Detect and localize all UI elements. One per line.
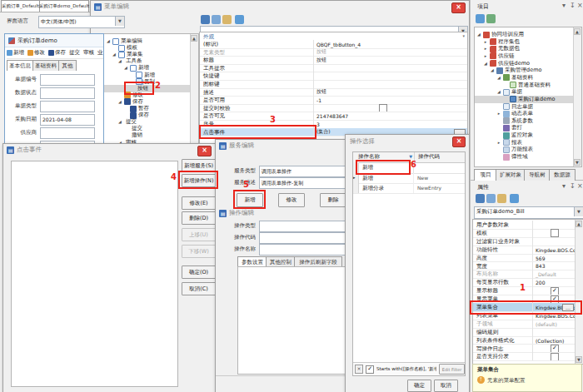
prop-value[interactable]: Kingdee.BOS.Core.Metada... (533, 246, 576, 254)
tree-item-程序集包[interactable]: ▸程序集包 (475, 38, 574, 46)
grid-corner-arrow-icon[interactable]: ▾ (462, 33, 465, 38)
refresh-icon[interactable] (476, 14, 485, 23)
field-input[interactable] (40, 127, 95, 139)
tree-item-单据[interactable]: ◢单据 (475, 88, 574, 96)
prop-row-是否支持分发[interactable]: 是否支持分发 (473, 352, 576, 361)
prop-value[interactable] (533, 229, 576, 237)
tree-item-动态表单[interactable]: ▸动态表单 (475, 110, 574, 117)
tree-item-弹性域[interactable]: 弹性域 (475, 153, 574, 161)
clear-filter-icon[interactable]: × (355, 365, 363, 374)
toolbar-button-3[interactable]: 保存 (48, 49, 66, 57)
close-icon[interactable]: × (577, 182, 583, 191)
tab-purchase-order-demo-default[interactable]: 采购订单demo_Default (39, 0, 89, 12)
operation-select-close-icon[interactable]: × (452, 136, 466, 147)
tree-item-协同培训应用[interactable]: ◢协同培训应用 (475, 31, 574, 38)
language-combobox[interactable]: 中文(简体/中国) ▼ (38, 16, 125, 28)
chevron-down-icon[interactable]: ▼ (115, 17, 124, 26)
service-type-field[interactable]: 调用表单操作 (259, 166, 354, 177)
expander-icon[interactable]: ◢ (483, 60, 488, 67)
prop-value[interactable] (533, 221, 576, 229)
tree-item-万能报表[interactable]: 万能报表 (475, 146, 574, 153)
edit-filter-button[interactable]: Edit Filter (439, 364, 465, 375)
scroll-up-icon[interactable]: ▲ (574, 28, 581, 35)
close-icon[interactable]: × (577, 2, 583, 10)
toolbar-button-2[interactable]: 修改 (27, 49, 45, 57)
chevron-down-icon[interactable]: ▼ (574, 207, 583, 216)
tree-item-普通基础资料[interactable]: 普通基础资料 (475, 82, 574, 89)
checkbox-unchecked[interactable] (551, 353, 559, 360)
tab-other[interactable]: 其他 (58, 60, 77, 71)
prop-value[interactable]: ✓ (533, 345, 576, 353)
service-desc-field[interactable]: 调用表单操作-复制 (259, 177, 354, 189)
prop-value[interactable]: -1 (314, 96, 467, 104)
toolbar-button-5[interactable]: 审核 (83, 49, 94, 57)
checkbox-checked[interactable]: ✓ (551, 295, 559, 303)
expander-icon[interactable]: ◢ (476, 31, 481, 38)
prop-value[interactable]: 按钮 (314, 48, 467, 57)
field-input[interactable] (40, 87, 95, 99)
tree-item-系统参数[interactable]: 系统参数 (475, 117, 574, 125)
window-position-icon[interactable]: ▾ (562, 182, 566, 191)
add-service-button[interactable]: 新增服务(S) (182, 159, 216, 172)
tree-item-采购订单demo[interactable]: 采购订单demo (475, 96, 574, 103)
service-listbox[interactable] (11, 161, 178, 387)
filter-funnel-icon[interactable]: ▼ (409, 154, 412, 159)
prop-value[interactable]: 3 (314, 120, 467, 128)
alphabetical-icon[interactable] (212, 15, 221, 24)
field-input[interactable]: 2021-04-08 (40, 114, 95, 126)
categorized-icon[interactable] (476, 194, 485, 203)
checkbox-checked[interactable]: ✓ (551, 287, 559, 295)
tab-nav-tree[interactable]: 导航树 (524, 169, 551, 181)
prop-value[interactable]: 200 (533, 278, 576, 286)
prop-value[interactable]: ✓ (533, 286, 576, 295)
prop-value[interactable] (314, 80, 467, 88)
prop-value[interactable]: (Collection) (533, 336, 576, 345)
filter-row[interactable]: 新增 (353, 162, 465, 174)
property-pages-icon[interactable] (497, 194, 506, 203)
tree-item-供应链demo[interactable]: ◢供应链demo (475, 60, 574, 67)
prop-value[interactable] (314, 104, 467, 112)
modify-button[interactable]: 修改(E) (182, 196, 216, 210)
filter-code-cell[interactable] (414, 162, 465, 173)
checkbox-checked[interactable]: ✓ (551, 345, 559, 352)
tab-purchase-order-default[interactable]: 采购订单_Default (1, 0, 40, 12)
cancel-button[interactable]: 取消(C) (182, 282, 216, 295)
tree-item-报表[interactable]: ▸报表 (475, 139, 574, 146)
ellipsis-button[interactable]: … (562, 304, 574, 311)
expander-icon[interactable]: ▸ (496, 139, 501, 146)
tree-item-监控对象[interactable]: 监控对象 (475, 131, 574, 139)
expander-icon[interactable]: ◢ (490, 67, 495, 74)
move-down-button[interactable]: 下移(W) (182, 245, 216, 258)
menu-editor-close-icon[interactable]: × (451, 2, 466, 13)
tab-data-source[interactable]: 数据源 (549, 169, 576, 181)
prop-value[interactable]: _Default (533, 270, 576, 278)
tree-item-元数据包[interactable]: ▸元数据包 (475, 45, 574, 52)
alphabetical-icon[interactable] (486, 194, 496, 203)
history-icon[interactable] (486, 14, 496, 23)
prop-value[interactable]: 按钮 (314, 56, 467, 64)
prop-value[interactable]: 按钮 (314, 88, 467, 97)
column-operation-name[interactable]: 操作名称 ▼ (353, 152, 415, 162)
prop-value[interactable]: QBQF_tbButton_4 (314, 40, 467, 48)
tree-item-采购管理demo[interactable]: ◢采购管理demo (475, 67, 574, 74)
operation-code-field[interactable] (259, 232, 356, 244)
operation-row-newentry[interactable]: 新增分录 NewEntry (353, 183, 465, 194)
categorized-icon[interactable] (201, 15, 210, 24)
window-position-icon[interactable]: ▾ (562, 2, 566, 10)
scroll-down-icon[interactable]: ▼ (576, 356, 582, 363)
checkbox-unchecked[interactable] (379, 104, 387, 112)
project-tree-scrollbar[interactable]: ▲ ▼ (573, 27, 581, 166)
expander-icon[interactable]: ▸ (496, 110, 501, 117)
operation-type-field[interactable] (259, 221, 356, 232)
toolbar-button-4[interactable]: 提交 (69, 49, 80, 57)
tab-basic-info[interactable]: 基本信息 (7, 60, 33, 71)
prop-value[interactable]: 2147483647 (314, 112, 467, 120)
object-selector-combobox[interactable]: 采购订单demo_Bill ▼ (474, 206, 583, 219)
cancel-button[interactable]: 取消 (434, 380, 458, 392)
modify-service-button[interactable]: 修改 (278, 193, 305, 207)
prop-value[interactable] (314, 64, 467, 72)
tree-item-基础资料[interactable]: ◢基础资料 (475, 74, 574, 82)
pin-icon[interactable]: ↧ (570, 182, 576, 191)
tab-extend-objects[interactable]: 扩展对象 (496, 169, 526, 181)
search-icon[interactable] (235, 15, 244, 24)
